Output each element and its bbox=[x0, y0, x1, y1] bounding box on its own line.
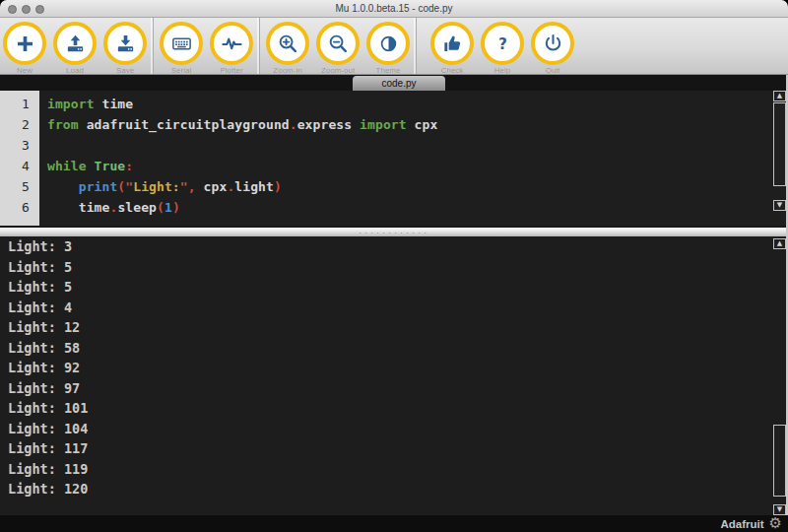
minimize-button[interactable] bbox=[22, 5, 31, 14]
toolbar-button-label: Quit bbox=[523, 66, 582, 75]
line-number: 6 bbox=[0, 197, 39, 218]
zoom-out-button[interactable]: Zoom-out bbox=[316, 22, 360, 75]
help-button[interactable]: ?Help bbox=[481, 22, 524, 75]
svg-text:?: ? bbox=[498, 34, 507, 52]
splitter-handle[interactable]: ············ bbox=[0, 226, 788, 236]
line-number: 5 bbox=[0, 176, 39, 197]
zoom-out-icon bbox=[316, 22, 360, 65]
code-line: 5 print("Light:", cpx.light) bbox=[0, 176, 788, 197]
serial-pane[interactable]: Light: 3Light: 5Light: 5Light: 4Light: 1… bbox=[0, 236, 788, 515]
code-editor[interactable]: 1import time2from adafruit_circuitplaygr… bbox=[0, 91, 788, 226]
contrast-icon bbox=[366, 22, 410, 65]
gear-icon[interactable]: ⚙ bbox=[769, 516, 782, 531]
tab-code-py[interactable]: code.py bbox=[353, 76, 445, 91]
code-text: import time bbox=[39, 97, 133, 111]
scroll-up-icon[interactable]: ▲ bbox=[773, 238, 786, 249]
toolbar-button-label: Plotter bbox=[202, 66, 261, 75]
zoom-in-button[interactable]: Zoom-in bbox=[266, 22, 309, 75]
keyboard-icon bbox=[160, 22, 203, 65]
code-text: print("Light:", cpx.light) bbox=[39, 179, 282, 194]
pulse-icon bbox=[210, 22, 253, 65]
power-icon bbox=[531, 22, 574, 65]
mode-label: Adafruit bbox=[720, 518, 763, 530]
check-button[interactable]: Check bbox=[430, 22, 474, 75]
download-icon bbox=[103, 22, 147, 65]
scroll-up-icon[interactable]: ▲ bbox=[773, 91, 786, 101]
new-button[interactable]: New bbox=[3, 22, 46, 75]
quit-button[interactable]: Quit bbox=[531, 22, 574, 75]
code-line: 2from adafruit_circuitplayground.express… bbox=[0, 114, 788, 135]
window-controls bbox=[8, 0, 44, 18]
zoom-button[interactable] bbox=[35, 5, 44, 14]
code-line: 3 bbox=[0, 135, 788, 156]
serial-line: Light: 3 bbox=[8, 236, 788, 257]
zoom-in-icon bbox=[266, 22, 309, 65]
serial-line: Light: 120 bbox=[8, 479, 788, 499]
toolbar-button-label: Theme bbox=[359, 66, 418, 75]
serial-line: Light: 97 bbox=[8, 378, 788, 399]
toolbar-group: Check?HelpQuit bbox=[416, 18, 580, 75]
line-number: 3 bbox=[0, 135, 39, 156]
line-number: 1 bbox=[0, 94, 39, 114]
tab-bar: code.py bbox=[0, 75, 788, 91]
code-text bbox=[39, 138, 47, 153]
upload-icon bbox=[53, 22, 97, 65]
editor-scrollbar[interactable]: ▲ ▼ bbox=[772, 91, 787, 226]
serial-scrollbar[interactable]: ▲ ▼ bbox=[772, 236, 787, 515]
serial-line: Light: 5 bbox=[8, 257, 788, 278]
line-number: 2 bbox=[0, 114, 39, 135]
serial-line: Light: 12 bbox=[8, 317, 788, 338]
serial-line: Light: 5 bbox=[8, 277, 788, 298]
code-line: 4while True: bbox=[0, 156, 788, 176]
serial-line: Light: 104 bbox=[8, 419, 788, 439]
serial-line: Light: 4 bbox=[8, 298, 788, 318]
plotter-button[interactable]: Plotter bbox=[210, 22, 253, 75]
toolbar-group: Zoom-inZoom-outTheme bbox=[259, 18, 416, 75]
question-icon: ? bbox=[481, 22, 524, 65]
toolbar: NewLoadSaveSerialPlotterZoom-inZoom-outT… bbox=[0, 18, 788, 75]
toolbar-button-label: Save bbox=[96, 66, 155, 75]
serial-button[interactable]: Serial bbox=[160, 22, 203, 75]
close-button[interactable] bbox=[8, 5, 17, 14]
code-text: from adafruit_circuitplayground.express … bbox=[39, 117, 437, 132]
code-line: 1import time bbox=[0, 94, 788, 114]
editor-scrollbar-thumb[interactable] bbox=[773, 102, 786, 186]
theme-button[interactable]: Theme bbox=[366, 22, 410, 75]
serial-lines: Light: 3Light: 5Light: 5Light: 4Light: 1… bbox=[0, 236, 788, 499]
status-bar: Adafruit ⚙ bbox=[0, 515, 788, 532]
code-text: while True: bbox=[39, 159, 133, 173]
serial-line: Light: 101 bbox=[8, 398, 788, 419]
title-bar: Mu 1.0.0.beta.15 - code.py bbox=[0, 0, 788, 18]
load-button[interactable]: Load bbox=[53, 22, 97, 75]
mu-editor-window: Mu 1.0.0.beta.15 - code.py NewLoadSaveSe… bbox=[0, 0, 788, 532]
save-button[interactable]: Save bbox=[103, 22, 147, 75]
plus-icon bbox=[3, 22, 46, 65]
serial-scrollbar-thumb[interactable] bbox=[773, 425, 786, 497]
serial-line: Light: 92 bbox=[8, 358, 788, 378]
line-number: 4 bbox=[0, 156, 39, 176]
code-line: 6 time.sleep(1) bbox=[0, 197, 788, 218]
code-lines: 1import time2from adafruit_circuitplaygr… bbox=[0, 91, 788, 218]
window-title: Mu 1.0.0.beta.15 - code.py bbox=[0, 3, 788, 14]
code-text: time.sleep(1) bbox=[39, 200, 180, 215]
serial-line: Light: 58 bbox=[8, 338, 788, 359]
splitter-grip-dots: ············ bbox=[359, 229, 429, 236]
serial-line: Light: 119 bbox=[8, 459, 788, 480]
toolbar-group: NewLoadSave bbox=[0, 18, 153, 75]
scroll-down-icon[interactable]: ▼ bbox=[773, 200, 786, 211]
serial-line: Light: 117 bbox=[8, 438, 788, 459]
thumbs-up-icon bbox=[430, 22, 474, 65]
toolbar-group: SerialPlotter bbox=[153, 18, 259, 75]
